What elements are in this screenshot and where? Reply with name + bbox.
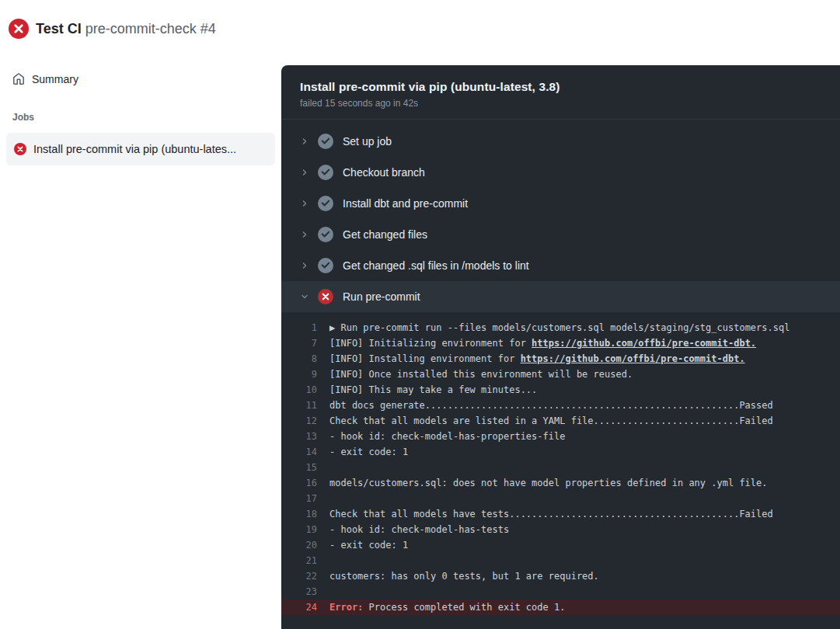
log-line-text: Error: Process completed with exit code … bbox=[329, 599, 565, 615]
log-line: 16models/customers.sql: does not have mo… bbox=[281, 475, 840, 491]
log-output: 1▶ Run pre-commit run --files models/cus… bbox=[281, 312, 840, 615]
step-label: Install dbt and pre-commit bbox=[343, 197, 468, 210]
log-line-number[interactable]: 7 bbox=[281, 335, 329, 351]
log-line-number[interactable]: 20 bbox=[281, 537, 329, 553]
run-name: pre-commit-check #4 bbox=[85, 21, 216, 36]
job-log-panel: Install pre-commit via pip (ubuntu-lates… bbox=[281, 65, 840, 629]
log-text: [INFO] This may take a few minutes... bbox=[329, 384, 537, 395]
sidebar-job-item[interactable]: Install pre-commit via pip (ubuntu-lates… bbox=[6, 133, 275, 165]
log-line: 1▶ Run pre-commit run --files models/cus… bbox=[281, 320, 840, 335]
log-line-number[interactable]: 16 bbox=[281, 475, 329, 491]
log-text: - exit code: 1 bbox=[329, 540, 408, 551]
log-text: dbt docs generate.......................… bbox=[329, 400, 773, 411]
log-line-number[interactable]: 15 bbox=[281, 460, 329, 475]
log-line-text: - hook id: check-model-has-properties-fi… bbox=[329, 429, 565, 444]
step-run-pre-commit[interactable]: Run pre-commit bbox=[281, 281, 840, 312]
log-line: 14- exit code: 1 bbox=[281, 444, 840, 460]
home-icon bbox=[12, 73, 25, 85]
log-line-number[interactable]: 9 bbox=[281, 367, 329, 382]
log-line: 18Check that all models have tests......… bbox=[281, 506, 840, 522]
log-line-text: ▶ Run pre-commit run --files models/cust… bbox=[329, 320, 789, 335]
log-line-text: - hook id: check-model-has-tests bbox=[329, 522, 509, 537]
log-text: Check that all models are listed in a YA… bbox=[329, 415, 773, 426]
step-install-dbt-and-pre-commit[interactable]: Install dbt and pre-commit bbox=[281, 188, 840, 219]
step-checkout-branch[interactable]: Checkout branch bbox=[281, 157, 840, 188]
log-line-text: Check that all models are listed in a YA… bbox=[329, 413, 773, 429]
log-line: 10[INFO] This may take a few minutes... bbox=[281, 382, 840, 398]
step-get-changed-files[interactable]: Get changed files bbox=[281, 219, 840, 250]
x-circle-icon bbox=[14, 143, 26, 155]
log-line: 22customers: has only 0 tests, but 1 are… bbox=[281, 568, 840, 584]
log-line-number[interactable]: 14 bbox=[281, 444, 329, 460]
log-url-link[interactable]: https://github.com/offbi/pre-commit-dbt. bbox=[532, 338, 756, 349]
log-text: - exit code: 1 bbox=[329, 447, 408, 457]
log-line-number[interactable]: 18 bbox=[281, 506, 329, 522]
log-line-number[interactable]: 23 bbox=[281, 584, 329, 599]
log-line: 19- hook id: check-model-has-tests bbox=[281, 522, 840, 537]
log-text: - hook id: check-model-has-properties-fi… bbox=[329, 431, 565, 442]
chevron-right-icon bbox=[300, 168, 309, 177]
log-line: 7[INFO] Initializing environment for htt… bbox=[281, 335, 840, 351]
log-line-number[interactable]: 24 bbox=[281, 599, 329, 615]
log-line-text: dbt docs generate.......................… bbox=[329, 398, 773, 413]
log-text: [INFO] Initializing environment for bbox=[329, 338, 532, 349]
log-line-number[interactable]: 8 bbox=[281, 351, 329, 367]
workflow-name: Test CI bbox=[36, 21, 82, 36]
log-text: [INFO] Installing environment for bbox=[329, 353, 521, 364]
log-url-link[interactable]: https://github.com/offbi/pre-commit-dbt. bbox=[521, 353, 745, 364]
run-title: Test CI pre-commit-check #4 bbox=[36, 19, 216, 39]
check-circle-icon bbox=[318, 227, 333, 242]
check-circle-icon bbox=[318, 196, 333, 211]
log-line-text: [INFO] Initializing environment for http… bbox=[329, 335, 756, 351]
play-icon: ▶ bbox=[329, 322, 340, 333]
log-text: models/customers.sql: does not have mode… bbox=[329, 478, 768, 488]
chevron-right-icon bbox=[300, 199, 309, 208]
job-status-subtitle: failed 15 seconds ago in 42s bbox=[300, 98, 821, 109]
steps-list: Set up job Checkout branch Install dbt a… bbox=[281, 120, 840, 312]
x-circle-icon bbox=[318, 289, 333, 304]
log-line: 9[INFO] Once installed this environment … bbox=[281, 367, 840, 382]
log-line: 13- hook id: check-model-has-properties-… bbox=[281, 429, 840, 444]
log-line-text: customers: has only 0 tests, but 1 are r… bbox=[329, 568, 599, 584]
log-line: 23 bbox=[281, 584, 840, 599]
log-text: - hook id: check-model-has-tests bbox=[329, 524, 509, 535]
log-line-number[interactable]: 10 bbox=[281, 382, 329, 398]
jobs-section-header: Jobs bbox=[0, 112, 281, 123]
log-line-number[interactable]: 1 bbox=[281, 320, 329, 335]
chevron-right-icon bbox=[300, 261, 309, 270]
log-line: 17 bbox=[281, 491, 840, 506]
step-label: Run pre-commit bbox=[343, 290, 420, 303]
run-header: Test CI pre-commit-check #4 bbox=[9, 19, 216, 39]
error-label: Error: bbox=[329, 602, 369, 613]
log-line-text: - exit code: 1 bbox=[329, 444, 408, 460]
log-line-number[interactable]: 12 bbox=[281, 413, 329, 429]
log-line: 21 bbox=[281, 553, 840, 568]
log-line-number[interactable]: 11 bbox=[281, 398, 329, 413]
log-line-number[interactable]: 22 bbox=[281, 568, 329, 584]
check-circle-icon bbox=[318, 134, 333, 149]
log-line-number[interactable]: 19 bbox=[281, 522, 329, 537]
x-circle-icon bbox=[9, 19, 29, 39]
step-set-up-job[interactable]: Set up job bbox=[281, 126, 840, 157]
sidebar-item-summary[interactable]: Summary bbox=[0, 65, 281, 93]
sidebar: Summary Jobs Install pre-commit via pip … bbox=[0, 65, 281, 629]
step-label: Checkout branch bbox=[343, 166, 425, 179]
check-circle-icon bbox=[318, 165, 333, 180]
log-line: 8[INFO] Installing environment for https… bbox=[281, 351, 840, 367]
job-title: Install pre-commit via pip (ubuntu-lates… bbox=[300, 80, 821, 94]
log-line: 24Error: Process completed with exit cod… bbox=[281, 599, 840, 615]
log-text: Check that all models have tests........… bbox=[329, 509, 773, 520]
log-line-number[interactable]: 17 bbox=[281, 491, 329, 506]
step-get-changed-sql-files-in-models-to-lint[interactable]: Get changed .sql files in /models to lin… bbox=[281, 250, 840, 281]
step-label: Set up job bbox=[343, 135, 392, 148]
log-text: customers: has only 0 tests, but 1 are r… bbox=[329, 571, 599, 582]
log-line: 11dbt docs generate.....................… bbox=[281, 398, 840, 413]
chevron-right-icon bbox=[300, 230, 309, 239]
log-line-text: models/customers.sql: does not have mode… bbox=[329, 475, 768, 491]
log-line-number[interactable]: 13 bbox=[281, 429, 329, 444]
log-line: 20- exit code: 1 bbox=[281, 537, 840, 553]
log-line-text: [INFO] This may take a few minutes... bbox=[329, 382, 537, 398]
sidebar-summary-label: Summary bbox=[32, 73, 78, 85]
sidebar-job-label: Install pre-commit via pip (ubuntu-lates… bbox=[33, 143, 236, 155]
log-line-number[interactable]: 21 bbox=[281, 553, 329, 568]
